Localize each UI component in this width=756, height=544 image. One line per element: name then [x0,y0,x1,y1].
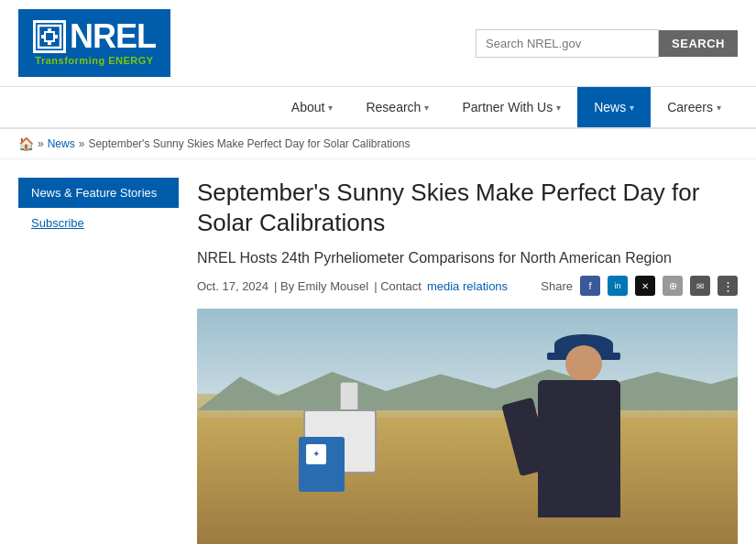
chevron-down-icon: ▾ [328,103,333,113]
sidebar-item-news-features[interactable]: News & Feature Stories [18,178,179,208]
search-area: SEARCH [476,29,738,58]
chevron-down-icon: ▾ [717,103,721,113]
share-label: Share [541,279,573,293]
breadcrumb-sep2: » [79,137,85,150]
linkedin-share-icon[interactable]: in [608,276,628,296]
breadcrumb-current: September's Sunny Skies Make Perfect Day… [88,137,410,150]
instrument-blue-box: ✦ [299,437,345,492]
article-meta: Oct. 17, 2024 | By Emily Mousel | Contac… [197,276,738,296]
logo-text: NREL [70,20,156,53]
svg-rect-4 [54,35,58,38]
share-section: Share f in ✕ ⊕ ✉ ⋮ [541,276,738,296]
sidebar-item-subscribe[interactable]: Subscribe [18,208,179,238]
svg-rect-3 [41,35,45,38]
article-title: September's Sunny Skies Make Perfect Day… [197,178,738,237]
twitter-x-share-icon[interactable]: ✕ [635,276,655,296]
search-button[interactable]: SEARCH [659,30,738,57]
chevron-down-icon: ▾ [630,103,634,113]
svg-rect-6 [48,41,51,45]
article: September's Sunny Skies Make Perfect Day… [197,178,738,544]
article-by: | By Emily Mousel [274,279,368,293]
breadcrumb: 🏠 » News » September's Sunny Skies Make … [0,129,756,159]
main-content: News & Feature Stories Subscribe Septemb… [0,159,756,544]
site-logo[interactable]: NREL Transforming ENERGY [18,9,170,77]
logo-icon [33,20,66,53]
article-subtitle: NREL Hosts 24th Pyrheliometer Comparison… [197,250,738,267]
article-date: Oct. 17, 2024 [197,279,268,293]
main-nav: About ▾ Research ▾ Partner With Us ▾ New… [0,87,756,129]
ground-bg [197,418,738,544]
home-icon[interactable]: 🏠 [18,136,34,151]
article-media-relations-link[interactable]: media relations [427,279,508,293]
image-scene: ✦ [197,309,738,544]
nav-partner[interactable]: Partner With Us ▾ [445,87,577,127]
nav-news[interactable]: News ▾ [577,87,651,127]
nav-research[interactable]: Research ▾ [349,87,445,127]
svg-rect-5 [48,28,51,32]
pyrheliometer-instrument: ✦ [294,382,404,528]
facebook-share-icon[interactable]: f [580,276,600,296]
site-header: NREL Transforming ENERGY SEARCH [0,0,756,87]
nav-careers[interactable]: Careers ▾ [651,87,738,127]
chevron-down-icon: ▾ [424,103,429,113]
email-share-icon[interactable]: ✉ [690,276,710,296]
instrument-badge: ✦ [306,444,326,464]
nav-about[interactable]: About ▾ [275,87,350,127]
breadcrumb-news[interactable]: News [48,137,75,150]
chevron-down-icon: ▾ [556,103,561,113]
svg-rect-2 [46,33,53,40]
person-body [538,380,620,517]
more-share-icon[interactable]: ⋮ [718,276,738,296]
sidebar: News & Feature Stories Subscribe [18,178,179,544]
article-image: ✦ [197,309,738,544]
person-figure [510,345,657,544]
logo-nrel-group: NREL [33,20,156,53]
breadcrumb-sep1: » [38,137,44,150]
article-contact-label: | Contact [374,279,422,293]
logo-tagline: Transforming ENERGY [35,55,153,66]
person-head [565,345,602,382]
link-share-icon[interactable]: ⊕ [663,276,683,296]
search-input[interactable] [476,29,659,58]
